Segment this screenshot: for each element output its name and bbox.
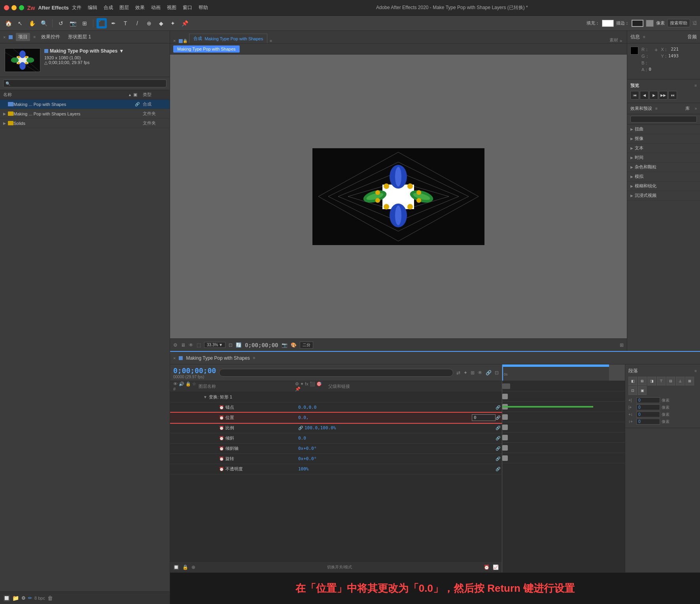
menu-layer[interactable]: 图层	[119, 4, 129, 11]
offset-input-2[interactable]	[636, 404, 660, 410]
menu-window[interactable]: 窗口	[183, 4, 192, 11]
align-right[interactable]: ◨	[647, 377, 656, 385]
type-tool[interactable]: T	[120, 18, 131, 28]
fill-color[interactable]	[602, 20, 614, 27]
timeline-ctrl2[interactable]: ✦	[464, 370, 467, 376]
effect-noise[interactable]: ▶ 杂色和颗粒	[627, 162, 700, 172]
offset-input-4[interactable]	[636, 419, 660, 425]
new-layer-icon[interactable]: 🔲	[173, 564, 179, 570]
stroke-color[interactable]	[632, 20, 643, 27]
offset-input-1[interactable]	[636, 397, 660, 403]
file-item-folder1[interactable]: ▶ Making ... Pop with Shapes Layers 文件夹	[0, 109, 170, 119]
hand-tool[interactable]: ✋	[27, 18, 37, 28]
project-search-input[interactable]	[3, 79, 166, 87]
segments-menu[interactable]: ≡	[694, 369, 697, 373]
zoom-tool[interactable]: 🔍	[39, 18, 49, 28]
menu-view[interactable]: 视图	[167, 4, 176, 11]
maximize-button[interactable]	[19, 5, 24, 10]
timeline-ruler[interactable]: 0s	[502, 364, 625, 381]
comp-tab-main[interactable]: 合成 Making Type Pop with Shapes	[189, 34, 267, 43]
transport-controls[interactable]: ⏮ ◀ ▶ ▶▶ ⏭	[630, 91, 697, 100]
close-button[interactable]	[4, 5, 9, 10]
transport-prev[interactable]: ◀	[640, 91, 649, 100]
skewaxis-clock[interactable]: ⏰	[219, 446, 224, 451]
puppet-tool[interactable]: ✦	[168, 18, 178, 28]
position-input[interactable]	[472, 414, 496, 421]
dist-v[interactable]: ⊡	[628, 386, 637, 395]
effect-blur[interactable]: ▶ 模糊和锐化	[627, 181, 700, 191]
camera-tool[interactable]: 📷	[68, 18, 78, 28]
file-item-solids[interactable]: ▶ Solids 文件夹	[0, 119, 170, 128]
select-tool[interactable]: ↖	[15, 18, 25, 28]
skew-clock[interactable]: ⏰	[219, 436, 224, 440]
timeline-close[interactable]: ×	[173, 356, 176, 361]
settings-icon[interactable]: ⚙	[21, 595, 26, 601]
opacity-clock[interactable]: ⏰	[219, 467, 224, 471]
delete-icon[interactable]: 🗑	[47, 595, 53, 601]
select2-tool[interactable]: ⊞	[79, 18, 90, 28]
new-comp-icon[interactable]: 🔲	[3, 595, 10, 601]
align-center-v[interactable]: ⊟	[666, 377, 675, 385]
menu-effects[interactable]: 效果	[135, 4, 145, 11]
pen-tool[interactable]: ✒	[108, 18, 119, 28]
pencil-icon[interactable]: ✏	[28, 595, 32, 601]
transport-end[interactable]: ⏭	[668, 91, 677, 100]
assets-expand[interactable]: »	[618, 38, 624, 43]
sort-arrow[interactable]: ▲	[128, 93, 132, 97]
pin-tool[interactable]: 📌	[180, 18, 190, 28]
effect-time[interactable]: ▶ 时间	[627, 153, 700, 162]
info-menu[interactable]: ≡	[643, 35, 645, 39]
solo-icon[interactable]: ⊕	[191, 564, 195, 570]
timeline-ctrl4[interactable]: 👁	[478, 370, 482, 376]
effect-text[interactable]: ▶ 文本	[627, 143, 700, 153]
stroke-options[interactable]	[646, 20, 654, 27]
transport-play[interactable]: ▶	[649, 91, 658, 100]
timeline-ctrl1[interactable]: ⇄	[456, 370, 460, 376]
loop-icon[interactable]: 🔄	[236, 342, 242, 348]
scale-clock[interactable]: ⏰	[219, 426, 224, 430]
timeline-graph[interactable]: 📈	[493, 564, 499, 570]
search-help[interactable]: 搜索帮助	[667, 19, 690, 27]
effect-keying[interactable]: ▶ 抠像	[627, 134, 700, 143]
menu-file[interactable]: 文件	[72, 4, 81, 11]
division-control[interactable]: 二分	[300, 342, 313, 349]
preview-options-icon[interactable]: ⚙	[173, 342, 178, 348]
timeline-settings[interactable]: ⏰	[484, 564, 490, 570]
position-clock[interactable]: ⏰	[219, 415, 224, 420]
rect-tool[interactable]: ⬛	[96, 18, 107, 28]
file-item-comp[interactable]: Making ... Pop with Shapes 🔗 合成	[0, 100, 170, 109]
lock-layer-icon[interactable]: 🔒	[182, 564, 188, 570]
window-controls[interactable]	[4, 5, 24, 10]
align-bottom[interactable]: ⊥	[676, 377, 685, 385]
eraser-tool[interactable]: ◆	[156, 18, 166, 28]
comp-tab-menu[interactable]: ≡	[270, 39, 272, 43]
transport-next[interactable]: ▶▶	[659, 91, 668, 100]
new-folder-icon[interactable]: 📁	[12, 595, 19, 601]
tab-project[interactable]: 项目	[16, 33, 30, 41]
home-tool[interactable]: 🏠	[3, 18, 13, 28]
snapshot-icon[interactable]: 📷	[282, 342, 288, 348]
panel-menu[interactable]: ≡	[33, 35, 36, 39]
preview-3d-icon[interactable]: ⬚	[197, 342, 201, 348]
anchor-clock[interactable]: ⏰	[219, 405, 224, 410]
effect-immersive[interactable]: ▶ 沉浸式视频	[627, 191, 700, 200]
preview-area[interactable]	[170, 55, 627, 338]
transform-collapse[interactable]: ▼	[203, 395, 207, 399]
effects-search-input[interactable]	[630, 116, 697, 123]
panel-close[interactable]: ×	[3, 35, 6, 40]
zoom-control[interactable]: 33.3% ▼	[204, 342, 225, 348]
menu-composition[interactable]: 合成	[104, 4, 113, 11]
align-left[interactable]: ◧	[628, 377, 637, 385]
preview-view-icon[interactable]: 🖥	[181, 342, 185, 348]
align-top[interactable]: ⊤	[657, 377, 666, 385]
expand-icon[interactable]: ⊞	[620, 342, 624, 348]
dist-extra[interactable]: ▣	[638, 386, 647, 395]
effect-distort[interactable]: ▶ 扭曲	[627, 125, 700, 134]
transport-start[interactable]: ⏮	[630, 91, 639, 100]
clone-tool[interactable]: ⊕	[144, 18, 154, 28]
tab-shape-layer[interactable]: 形状图层 1	[66, 33, 93, 41]
menu-edit[interactable]: 编辑	[88, 4, 97, 11]
align-center-h[interactable]: ⊞	[638, 377, 647, 385]
effects-expand[interactable]: »	[694, 106, 697, 111]
preview-menu[interactable]: ≡	[694, 83, 697, 88]
